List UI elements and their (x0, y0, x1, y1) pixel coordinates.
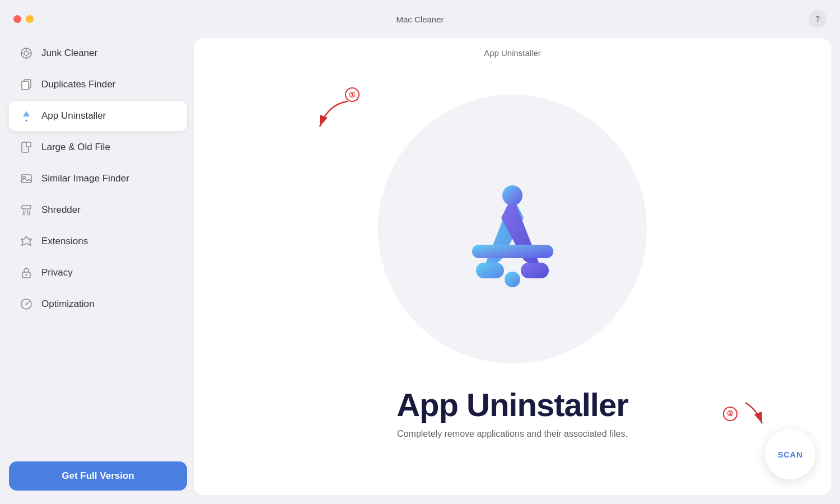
image-icon (19, 171, 34, 186)
file-icon (19, 140, 34, 155)
minimize-button[interactable] (26, 15, 34, 23)
svg-rect-11 (21, 175, 31, 183)
extensions-label: Extensions (41, 236, 88, 247)
svg-point-29 (505, 272, 520, 287)
window-title: App Uninstaller (484, 48, 541, 58)
svg-rect-13 (22, 206, 31, 209)
optimization-label: Optimization (41, 298, 94, 310)
svg-rect-26 (521, 263, 549, 278)
lock-icon (19, 265, 34, 280)
sidebar-item-junk-cleaner[interactable]: Junk Cleaner (9, 38, 187, 68)
svg-rect-7 (22, 81, 29, 90)
annotation-1-arrow (311, 99, 351, 132)
app-store-icon (19, 109, 34, 123)
svg-rect-10 (26, 142, 31, 147)
annotation-1: ① (345, 87, 360, 102)
close-button[interactable] (13, 15, 21, 23)
extensions-icon (19, 234, 34, 249)
sidebar-item-similar-image-finder[interactable]: Similar Image Finder (9, 164, 187, 194)
svg-point-1 (24, 51, 29, 55)
app-store-svg (434, 151, 591, 307)
svg-line-17 (29, 211, 30, 215)
sidebar-nav: Junk Cleaner Duplicates Finder (9, 38, 187, 452)
svg-line-15 (25, 211, 25, 215)
get-full-version-button[interactable]: Get Full Version (9, 461, 187, 491)
svg-line-14 (23, 211, 24, 215)
scan-button[interactable]: SCAN (765, 429, 815, 479)
annotation-2: ② (723, 398, 771, 429)
svg-rect-28 (472, 245, 553, 258)
similar-image-finder-label: Similar Image Finder (41, 173, 129, 184)
svg-point-27 (502, 185, 522, 206)
large-old-file-label: Large & Old File (41, 142, 110, 153)
optimization-icon (19, 297, 34, 311)
app-icon-circle (378, 95, 647, 363)
main-layout: Junk Cleaner Duplicates Finder (0, 38, 840, 504)
shredder-label: Shredder (41, 204, 81, 216)
svg-point-8 (26, 120, 27, 122)
scan-area: ② SCAN (765, 429, 815, 479)
privacy-label: Privacy (41, 267, 73, 278)
sidebar-item-optimization[interactable]: Optimization (9, 289, 187, 319)
title-bar: Mac Cleaner ? (0, 0, 840, 38)
shredder-icon (19, 203, 34, 217)
sidebar-footer: Get Full Version (9, 452, 187, 495)
annotation-2-arrow (740, 398, 771, 429)
sidebar-item-duplicates-finder[interactable]: Duplicates Finder (9, 69, 187, 100)
junk-cleaner-label: Junk Cleaner (41, 48, 97, 59)
sidebar-item-extensions[interactable]: Extensions (9, 226, 187, 256)
sidebar-item-privacy[interactable]: Privacy (9, 258, 187, 288)
sidebar-item-large-old-file[interactable]: Large & Old File (9, 132, 187, 162)
sidebar: Junk Cleaner Duplicates Finder (9, 38, 194, 495)
svg-marker-18 (21, 236, 31, 245)
gear-circle-icon (19, 46, 34, 60)
sidebar-item-shredder[interactable]: Shredder (9, 195, 187, 225)
svg-point-23 (26, 304, 27, 305)
svg-point-20 (26, 274, 27, 276)
copy-icon (19, 77, 34, 92)
svg-rect-25 (476, 263, 504, 278)
main-content: App Uninstaller ① (194, 38, 831, 495)
duplicates-finder-label: Duplicates Finder (41, 79, 115, 90)
svg-line-16 (27, 211, 28, 215)
help-button[interactable]: ? (809, 10, 827, 28)
app-name: Mac Cleaner (396, 15, 444, 24)
annotation-2-circle: ② (723, 407, 738, 421)
sidebar-item-app-uninstaller[interactable]: App Uninstaller (9, 101, 187, 131)
main-subtitle: Completely remove applications and their… (397, 429, 628, 439)
traffic-lights (13, 15, 34, 23)
main-title: App Uninstaller (396, 386, 628, 423)
app-uninstaller-label: App Uninstaller (41, 110, 106, 122)
